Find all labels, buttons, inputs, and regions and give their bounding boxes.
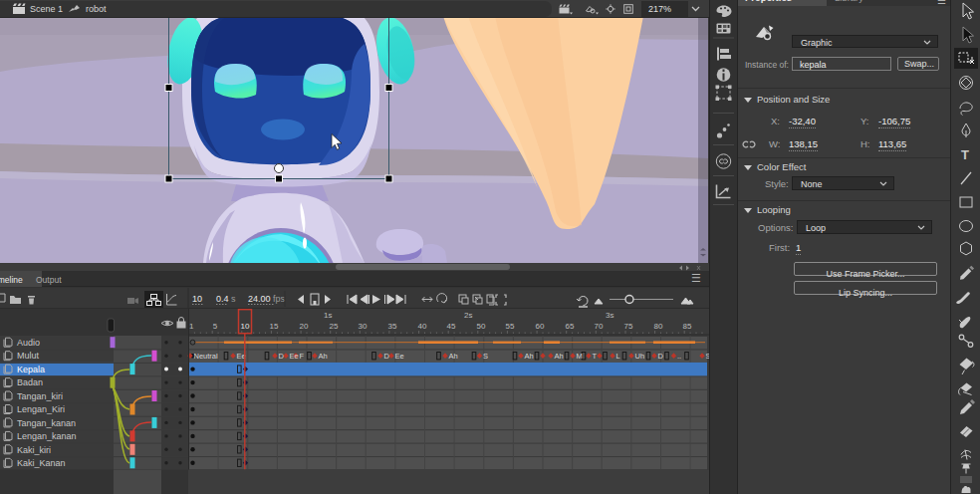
- svg-text:35: 35: [388, 322, 397, 331]
- svg-text:Lengan_kanan: Lengan_kanan: [17, 431, 77, 441]
- svg-text:15: 15: [270, 322, 279, 331]
- svg-text:Ah: Ah: [555, 352, 564, 361]
- svg-text:Lengan_Kiri: Lengan_Kiri: [17, 404, 65, 414]
- svg-text:Ah: Ah: [525, 352, 534, 361]
- svg-text:T: T: [593, 352, 598, 361]
- svg-text:55: 55: [506, 322, 515, 331]
- svg-text:40: 40: [418, 322, 427, 331]
- svg-text:50: 50: [477, 322, 486, 331]
- svg-text:Badan: Badan: [17, 377, 43, 387]
- svg-text:10: 10: [192, 294, 202, 304]
- svg-text:..: ..: [677, 352, 681, 361]
- svg-text:Tangan_kanan: Tangan_kanan: [17, 418, 76, 428]
- svg-text:Neutral: Neutral: [194, 352, 219, 361]
- svg-text:1s: 1s: [324, 311, 332, 320]
- svg-text:S: S: [483, 352, 488, 361]
- svg-text:2s: 2s: [464, 311, 472, 320]
- svg-text:65: 65: [566, 322, 575, 331]
- svg-text:Tangan_kiri: Tangan_kiri: [17, 391, 63, 401]
- svg-text:Mulut: Mulut: [17, 351, 40, 361]
- svg-text:F: F: [300, 352, 305, 361]
- svg-text:M: M: [577, 352, 583, 361]
- svg-text:70: 70: [595, 322, 604, 331]
- svg-text:Ah: Ah: [449, 352, 458, 361]
- svg-text:Ah: Ah: [319, 352, 328, 361]
- svg-text:80: 80: [654, 322, 663, 331]
- svg-text:45: 45: [447, 322, 456, 331]
- svg-text:Ee: Ee: [290, 352, 299, 361]
- svg-text:Kaki_Kanan: Kaki_Kanan: [17, 458, 66, 468]
- svg-text:75: 75: [624, 322, 633, 331]
- svg-text:Kaki_kiri: Kaki_kiri: [17, 445, 51, 455]
- svg-text:5: 5: [213, 322, 218, 331]
- svg-text:T: T: [961, 147, 969, 162]
- svg-text:Kepala: Kepala: [17, 365, 45, 374]
- svg-text:D: D: [658, 352, 664, 361]
- svg-text:0.4 s: 0.4 s: [216, 294, 236, 304]
- svg-text:L: L: [616, 352, 620, 361]
- svg-text:30: 30: [359, 322, 368, 331]
- svg-text:85: 85: [683, 322, 692, 331]
- svg-text:1: 1: [189, 322, 194, 331]
- svg-text:25: 25: [330, 322, 339, 331]
- svg-text:Uh: Uh: [635, 352, 645, 361]
- svg-text:D: D: [384, 352, 390, 361]
- svg-text:Ee: Ee: [395, 352, 404, 361]
- svg-text:Audio: Audio: [17, 338, 40, 348]
- svg-text:60: 60: [536, 322, 545, 331]
- svg-text:D: D: [279, 352, 285, 361]
- svg-text:20: 20: [300, 322, 309, 331]
- svg-text:24.00 fps: 24.00 fps: [248, 294, 286, 304]
- svg-text:10: 10: [241, 322, 250, 331]
- svg-text:3s: 3s: [606, 311, 613, 320]
